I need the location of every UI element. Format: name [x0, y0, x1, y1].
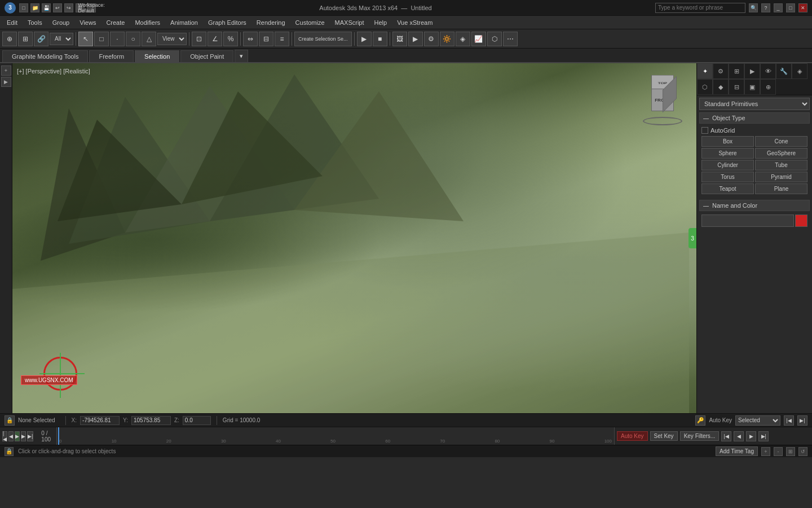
align-btn[interactable]: ⊟ [259, 32, 273, 46]
undo-btn[interactable]: ↩ [53, 3, 62, 12]
zoom-out-btn[interactable]: - [774, 447, 783, 456]
tab-graphite-modeling[interactable]: Graphite Modeling Tools [2, 50, 88, 62]
select-tool-btn[interactable]: ⊕ [2, 32, 17, 46]
menu-modifiers[interactable]: Modifiers [130, 18, 165, 27]
obj-btn-geosphere[interactable]: GeoSphere [755, 148, 807, 159]
tab-object-paint[interactable]: Object Paint [180, 50, 233, 62]
obj-btn-tube[interactable]: Tube [755, 160, 807, 170]
nav-ring[interactable] [643, 117, 682, 125]
view-dropdown[interactable]: View [157, 33, 187, 45]
arrow-select-btn[interactable]: ↖ [78, 32, 93, 46]
lock-icon[interactable]: 🔒 [5, 415, 15, 426]
menu-edit[interactable]: Edit [2, 18, 22, 27]
panel-tab-extra5[interactable]: ▣ [744, 79, 760, 95]
panel-tab-extra2[interactable]: ⬡ [697, 79, 713, 95]
panel-tab-extra3[interactable]: ◆ [713, 79, 729, 95]
obj-btn-teapot[interactable]: Teapot [701, 183, 754, 194]
tab-extra[interactable]: ▾ [235, 50, 248, 62]
viewport[interactable]: [+] [Perspective] [Realistic] [12, 63, 696, 413]
select-region-btn[interactable]: ⊞ [18, 32, 33, 46]
autogrid-checkbox[interactable] [701, 127, 708, 134]
add-time-tag-button[interactable]: Add Time Tag [716, 446, 758, 456]
selected-dropdown[interactable]: Selected [735, 415, 780, 426]
lock-icon-2[interactable]: 🔑 [695, 415, 705, 426]
quick-align-btn[interactable]: ≡ [275, 32, 289, 46]
search-icon-btn[interactable]: 🔍 [749, 3, 758, 12]
color-swatch[interactable] [795, 214, 807, 227]
y-coord-input[interactable] [131, 416, 171, 425]
mirror-btn[interactable]: ⇔ [243, 32, 258, 46]
panel-tab-motion[interactable]: ▶ [744, 63, 760, 79]
left-tool-1[interactable]: + [1, 65, 11, 76]
autokey-button[interactable]: Auto Key [617, 431, 648, 441]
create-selection-btn[interactable]: Create Selection Se... [294, 32, 352, 46]
panel-tab-modify[interactable]: ⚙ [713, 63, 729, 79]
obj-btn-sphere[interactable]: Sphere [701, 148, 754, 159]
play-btn[interactable]: ▶ [357, 32, 372, 46]
timeline-track[interactable]: 0 10 20 30 40 50 60 70 80 90 100 [56, 427, 615, 445]
nav-btn-3[interactable]: ▶ [746, 431, 756, 441]
object-type-section-header[interactable]: — Object Type [699, 112, 810, 124]
snap-percent-btn[interactable]: % [223, 32, 238, 46]
panel-tab-create[interactable]: ✦ [697, 63, 713, 79]
schematic-btn[interactable]: ⬡ [487, 32, 502, 46]
minimize-btn[interactable]: _ [774, 3, 783, 12]
zoom-fit-btn[interactable]: ⊞ [786, 447, 795, 456]
obj-btn-cone[interactable]: Cone [755, 136, 807, 147]
next-frame-btn[interactable]: ▶ [21, 431, 26, 441]
obj-btn-pyramid[interactable]: Pyramid [755, 172, 807, 182]
object-name-input[interactable] [701, 214, 794, 227]
menu-help[interactable]: Help [370, 18, 392, 27]
nav-btn-4[interactable]: ▶| [758, 431, 769, 441]
snap-angle-btn[interactable]: ∠ [208, 32, 222, 46]
obj-btn-torus[interactable]: Torus [701, 172, 754, 182]
filter-dropdown[interactable]: All [50, 33, 73, 45]
prev-frame-btn[interactable]: ◀ [8, 431, 14, 441]
z-coord-input[interactable] [183, 416, 211, 425]
obj-btn-cylinder[interactable]: Cylinder [701, 160, 754, 170]
menu-maxscript[interactable]: MAXScript [330, 18, 369, 27]
tab-freeform[interactable]: Freeform [89, 50, 134, 62]
menu-vue-xstream[interactable]: Vue xStream [392, 18, 437, 27]
render-scene-btn[interactable]: 🖼 [392, 32, 407, 46]
obj-btn-plane[interactable]: Plane [755, 183, 807, 194]
name-color-section-header[interactable]: — Name and Color [699, 200, 810, 211]
nav-cube[interactable]: TOP FRONT [640, 75, 685, 120]
next-key-btn[interactable]: ▶| [797, 415, 807, 426]
panel-tab-hierarchy[interactable]: ⊞ [729, 63, 744, 79]
panel-tab-extra4[interactable]: ⊟ [729, 79, 744, 95]
material-editor-btn[interactable]: ◈ [456, 32, 470, 46]
zoom-in-btn[interactable]: + [761, 447, 770, 456]
panel-tab-extra6[interactable]: ⊕ [760, 79, 776, 95]
menu-graph-editors[interactable]: Graph Editors [204, 18, 251, 27]
x-coord-input[interactable] [80, 416, 120, 425]
menu-rendering[interactable]: Rendering [252, 18, 290, 27]
help-btn[interactable]: ? [761, 3, 770, 12]
go-end-btn[interactable]: ▶| [27, 431, 33, 441]
save-file-btn[interactable]: 💾 [42, 3, 51, 12]
primitives-dropdown[interactable]: Standard Primitives [699, 98, 810, 110]
stop-btn[interactable]: ■ [373, 32, 387, 46]
close-btn[interactable]: ✕ [798, 3, 807, 12]
viewport-lock-icon[interactable]: 🔒 [5, 447, 14, 456]
menu-customize[interactable]: Customize [291, 18, 329, 27]
curve-editor-btn[interactable]: 📈 [471, 32, 486, 46]
panel-toggle-btn[interactable]: 3 [689, 228, 696, 248]
menu-tools[interactable]: Tools [23, 18, 47, 27]
set-key-button[interactable]: Set Key [650, 431, 678, 441]
obj-btn-box[interactable]: Box [701, 136, 754, 147]
panel-tab-extra1[interactable]: ◈ [792, 63, 807, 79]
activeshade-btn[interactable]: 🔆 [440, 32, 454, 46]
panel-tab-display[interactable]: 👁 [760, 63, 776, 79]
open-file-btn[interactable]: 📁 [30, 3, 39, 12]
circle-btn[interactable]: ○ [126, 32, 140, 46]
menu-create[interactable]: Create [102, 18, 129, 27]
nav-btn-1[interactable]: |◀ [721, 431, 731, 441]
maximize-btn[interactable]: □ [786, 3, 795, 12]
menu-views[interactable]: Views [75, 18, 100, 27]
orbit-btn[interactable]: ↺ [798, 447, 807, 456]
prev-key-btn[interactable]: |◀ [784, 415, 794, 426]
point-btn[interactable]: · [110, 32, 125, 46]
search-input[interactable] [655, 3, 745, 13]
tab-selection[interactable]: Selection [135, 50, 179, 62]
